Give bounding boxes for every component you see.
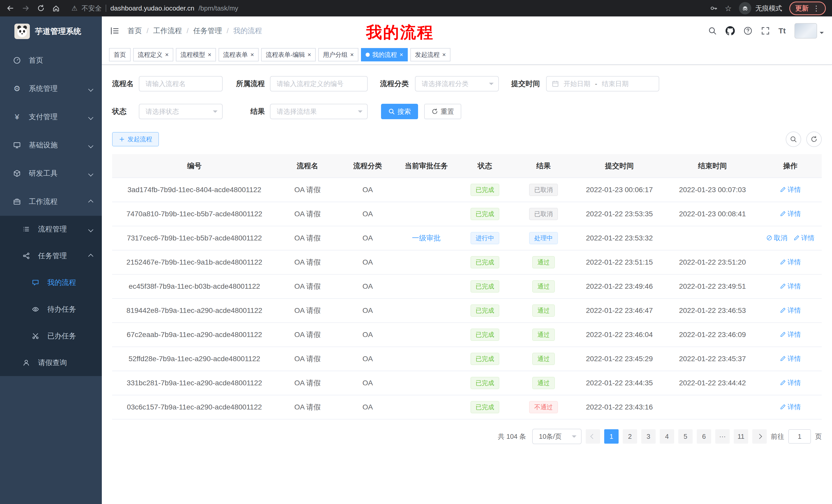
sidebar-item-payment[interactable]: ¥ 支付管理	[0, 103, 102, 131]
page-button-2[interactable]: 2	[623, 429, 637, 444]
cell-category: OA	[338, 250, 397, 274]
goto-page-input[interactable]	[788, 429, 811, 444]
detail-link[interactable]: 详情	[780, 282, 801, 291]
bookmark-star-icon[interactable]: ☆	[725, 4, 732, 13]
cell-name: OA 请假	[277, 226, 338, 250]
close-icon[interactable]: ×	[208, 52, 211, 58]
github-icon[interactable]	[726, 26, 735, 35]
user-menu[interactable]	[795, 23, 824, 38]
breadcrumb-item[interactable]: 工作流程	[153, 26, 182, 36]
page-button-6[interactable]: 6	[697, 429, 711, 444]
start-process-button[interactable]: 发起流程	[112, 132, 159, 146]
more-pages-button[interactable]: ···	[715, 429, 730, 444]
tab-process-definition[interactable]: 流程定义 ×	[133, 48, 173, 61]
detail-link[interactable]: 详情	[780, 330, 801, 339]
key-icon[interactable]	[710, 4, 718, 12]
detail-link[interactable]: 详情	[780, 402, 801, 412]
sidebar-item-infrastructure[interactable]: 基础设施	[0, 131, 102, 159]
tab-my-process[interactable]: 我的流程 ×	[361, 48, 408, 61]
page-button-4[interactable]: 4	[660, 429, 674, 444]
fullscreen-icon[interactable]	[761, 26, 770, 35]
detail-link[interactable]: 详情	[780, 306, 801, 315]
sidebar-item-my-process[interactable]: 我的流程	[0, 269, 102, 296]
browser-menu-icon[interactable]: ⋮	[813, 4, 820, 12]
font-size-icon[interactable]: Tt	[779, 26, 786, 35]
tab-process-model[interactable]: 流程模型 ×	[176, 48, 216, 61]
browser-back-icon[interactable]	[6, 4, 15, 12]
sidebar-item-home[interactable]: 首页	[0, 46, 102, 75]
breadcrumb-item[interactable]: 任务管理	[193, 26, 222, 36]
next-page-button[interactable]	[752, 429, 767, 444]
detail-link[interactable]: 详情	[780, 354, 801, 363]
reset-button[interactable]: 重置	[424, 104, 461, 119]
cancel-link[interactable]: 取消	[766, 233, 787, 243]
search-icon[interactable]	[708, 26, 717, 35]
sidebar-item-devtools[interactable]: 研发工具	[0, 159, 102, 188]
browser-home-icon[interactable]	[52, 4, 60, 12]
tab-process-form-edit[interactable]: 流程表单-编辑 ×	[261, 48, 316, 61]
result-select[interactable]: 请选择流结果	[270, 104, 368, 119]
tab-start-process[interactable]: 发起流程 ×	[410, 48, 450, 61]
close-icon[interactable]: ×	[350, 52, 354, 58]
category-select[interactable]: 请选择流程分类	[415, 76, 499, 91]
process-definition-input[interactable]	[270, 76, 368, 91]
help-icon[interactable]	[744, 26, 752, 35]
close-icon[interactable]: ×	[442, 52, 446, 58]
prev-page-button[interactable]	[586, 429, 600, 444]
browser-update-button[interactable]: 更新 ⋮	[789, 2, 826, 15]
app-logo[interactable]: 芋道管理系统	[0, 17, 102, 46]
submit-time-range-picker[interactable]: 开始日期 - 结束日期	[546, 76, 659, 91]
detail-label: 详情	[787, 185, 801, 194]
page-size-select[interactable]: 10条/页	[532, 429, 581, 444]
sidebar-item-task-mgmt[interactable]: 任务管理	[0, 243, 102, 269]
sidebar-item-system[interactable]: ⚙ 系统管理	[0, 75, 102, 103]
detail-link[interactable]: 详情	[794, 233, 814, 243]
detail-link[interactable]: 详情	[780, 185, 801, 194]
close-icon[interactable]: ×	[399, 52, 403, 58]
sidebar-item-label: 已办任务	[47, 331, 76, 341]
sidebar-item-leave-query[interactable]: 请假查询	[0, 349, 102, 376]
detail-link[interactable]: 详情	[780, 379, 801, 387]
breadcrumb-item[interactable]: 首页	[128, 26, 142, 36]
search-button[interactable]: 搜索	[381, 104, 418, 119]
page-button-11[interactable]: 11	[734, 429, 748, 444]
close-icon[interactable]: ×	[251, 52, 254, 58]
page: ⚠ 不安全 dashboard.yudao.iocoder.cn/bpm/tas…	[0, 0, 832, 504]
page-button-1[interactable]: 1	[604, 429, 619, 444]
current-task-link[interactable]: 一级审批	[412, 234, 441, 242]
sidebar-toggle-icon[interactable]	[110, 26, 119, 35]
process-name-input[interactable]	[139, 76, 223, 91]
detail-link[interactable]: 详情	[780, 258, 801, 267]
pagination: 共 104 条 10条/页 1 2 3 4 5 6 ··· 11 前往	[112, 429, 822, 444]
tab-user-group[interactable]: 用户分组 ×	[318, 48, 358, 61]
breadcrumb: 首页 / 工作流程 / 任务管理 / 我的流程	[128, 26, 262, 36]
avatar	[795, 23, 817, 38]
sidebar-item-process-mgmt[interactable]: 流程管理	[0, 216, 102, 243]
detail-link[interactable]: 详情	[780, 209, 801, 218]
result-badge: 已取消	[529, 208, 558, 220]
sidebar-item-todo-tasks[interactable]: 待办任务	[0, 296, 102, 323]
browser-forward-icon[interactable]	[22, 4, 30, 12]
tab-process-form[interactable]: 流程表单 ×	[218, 48, 259, 61]
sidebar-item-label: 基础设施	[29, 140, 58, 150]
column-header: 流程分类	[338, 154, 397, 178]
status-badge: 已完成	[470, 353, 499, 365]
page-button-3[interactable]: 3	[641, 429, 656, 444]
toggle-search-button[interactable]	[786, 132, 801, 147]
close-icon[interactable]: ×	[308, 52, 311, 58]
browser-refresh-icon[interactable]	[37, 4, 45, 12]
tab-home[interactable]: 首页	[109, 48, 131, 61]
cell-actions: 详情	[759, 371, 822, 395]
address-bar[interactable]: ⚠ 不安全 dashboard.yudao.iocoder.cn/bpm/tas…	[72, 4, 703, 13]
close-icon[interactable]: ×	[165, 52, 169, 58]
dashboard-icon	[11, 57, 23, 64]
sidebar-item-workflow[interactable]: 工作流程	[0, 188, 102, 216]
app-title: 芋道管理系统	[35, 26, 81, 37]
page-button-5[interactable]: 5	[678, 429, 693, 444]
refresh-table-button[interactable]	[806, 132, 822, 147]
table-row: 52ffd28e-7b9a-11ec-a290-acde48001122 OA …	[112, 347, 822, 371]
sidebar-item-done-tasks[interactable]: 已办任务	[0, 323, 102, 349]
incognito-badge[interactable]: 无痕模式	[739, 2, 782, 15]
status-select[interactable]: 请选择状态	[139, 104, 223, 119]
scissors-icon	[30, 332, 41, 340]
